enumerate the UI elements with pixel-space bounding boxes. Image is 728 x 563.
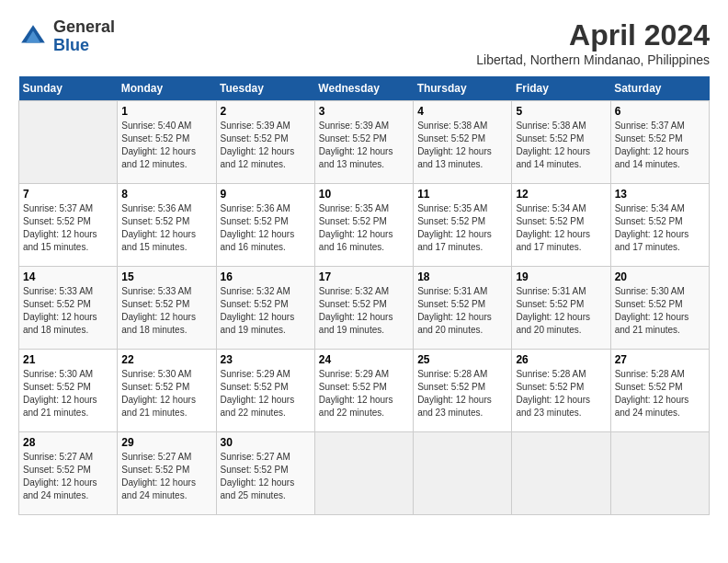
day-info: Sunrise: 5:28 AMSunset: 5:52 PMDaylight:… xyxy=(516,368,606,419)
calendar-cell: 16Sunrise: 5:32 AMSunset: 5:52 PMDayligh… xyxy=(216,267,314,350)
calendar-cell: 26Sunrise: 5:28 AMSunset: 5:52 PMDayligh… xyxy=(512,350,610,432)
day-info: Sunrise: 5:32 AMSunset: 5:52 PMDaylight:… xyxy=(319,285,409,337)
day-info: Sunrise: 5:32 AMSunset: 5:52 PMDaylight:… xyxy=(221,285,311,337)
week-row-4: 21Sunrise: 5:30 AMSunset: 5:52 PMDayligh… xyxy=(19,350,710,432)
calendar-cell: 5Sunrise: 5:38 AMSunset: 5:52 PMDaylight… xyxy=(512,101,610,184)
calendar-cell: 21Sunrise: 5:30 AMSunset: 5:52 PMDayligh… xyxy=(19,350,118,432)
calendar-cell: 2Sunrise: 5:39 AMSunset: 5:52 PMDaylight… xyxy=(216,101,314,184)
day-info: Sunrise: 5:37 AMSunset: 5:52 PMDaylight:… xyxy=(23,202,113,254)
calendar-cell: 6Sunrise: 5:37 AMSunset: 5:52 PMDaylight… xyxy=(610,101,709,184)
calendar-cell: 14Sunrise: 5:33 AMSunset: 5:52 PMDayligh… xyxy=(19,267,118,350)
calendar-cell: 17Sunrise: 5:32 AMSunset: 5:52 PMDayligh… xyxy=(314,267,413,350)
day-number: 16 xyxy=(221,270,311,283)
day-number: 28 xyxy=(23,436,113,449)
day-info: Sunrise: 5:33 AMSunset: 5:52 PMDaylight:… xyxy=(23,285,113,337)
calendar-cell: 30Sunrise: 5:27 AMSunset: 5:52 PMDayligh… xyxy=(216,432,314,515)
day-number: 23 xyxy=(221,353,311,366)
calendar-cell: 11Sunrise: 5:35 AMSunset: 5:52 PMDayligh… xyxy=(414,184,512,267)
day-number: 9 xyxy=(221,188,311,201)
week-row-2: 7Sunrise: 5:37 AMSunset: 5:52 PMDaylight… xyxy=(19,184,710,267)
calendar-cell: 1Sunrise: 5:40 AMSunset: 5:52 PMDaylight… xyxy=(118,101,216,184)
week-row-5: 28Sunrise: 5:27 AMSunset: 5:52 PMDayligh… xyxy=(19,432,710,515)
calendar-cell: 25Sunrise: 5:28 AMSunset: 5:52 PMDayligh… xyxy=(414,350,512,432)
title-block: April 2024 Libertad, Northern Mindanao, … xyxy=(476,18,710,67)
day-number: 19 xyxy=(516,270,606,283)
column-header-sunday: Sunday xyxy=(19,76,118,101)
calendar-cell: 8Sunrise: 5:36 AMSunset: 5:52 PMDaylight… xyxy=(118,184,216,267)
location-text: Libertad, Northern Mindanao, Philippines xyxy=(476,52,710,67)
day-info: Sunrise: 5:27 AMSunset: 5:52 PMDaylight:… xyxy=(23,451,113,502)
day-number: 18 xyxy=(417,270,507,283)
day-info: Sunrise: 5:30 AMSunset: 5:52 PMDaylight:… xyxy=(121,368,211,419)
calendar-cell: 10Sunrise: 5:35 AMSunset: 5:52 PMDayligh… xyxy=(314,184,413,267)
calendar-cell: 7Sunrise: 5:37 AMSunset: 5:52 PMDaylight… xyxy=(19,184,118,267)
logo-blue-text: Blue xyxy=(53,37,115,55)
day-number: 30 xyxy=(221,436,311,449)
day-number: 4 xyxy=(417,105,507,118)
calendar-cell: 28Sunrise: 5:27 AMSunset: 5:52 PMDayligh… xyxy=(19,432,118,515)
calendar-cell xyxy=(314,432,413,515)
calendar-cell: 15Sunrise: 5:33 AMSunset: 5:52 PMDayligh… xyxy=(118,267,216,350)
day-info: Sunrise: 5:40 AMSunset: 5:52 PMDaylight:… xyxy=(121,120,211,171)
day-number: 14 xyxy=(23,270,113,283)
day-info: Sunrise: 5:34 AMSunset: 5:52 PMDaylight:… xyxy=(516,202,606,254)
logo-text: General Blue xyxy=(53,18,115,55)
day-number: 17 xyxy=(319,270,409,283)
day-info: Sunrise: 5:36 AMSunset: 5:52 PMDaylight:… xyxy=(221,202,311,254)
logo-icon xyxy=(18,22,48,52)
calendar-cell: 29Sunrise: 5:27 AMSunset: 5:52 PMDayligh… xyxy=(118,432,216,515)
calendar-cell: 22Sunrise: 5:30 AMSunset: 5:52 PMDayligh… xyxy=(118,350,216,432)
day-info: Sunrise: 5:39 AMSunset: 5:52 PMDaylight:… xyxy=(319,120,409,171)
day-info: Sunrise: 5:29 AMSunset: 5:52 PMDaylight:… xyxy=(319,368,409,419)
day-number: 29 xyxy=(121,436,211,449)
day-info: Sunrise: 5:34 AMSunset: 5:52 PMDaylight:… xyxy=(615,202,705,254)
week-row-3: 14Sunrise: 5:33 AMSunset: 5:52 PMDayligh… xyxy=(19,267,710,350)
calendar-table: SundayMondayTuesdayWednesdayThursdayFrid… xyxy=(18,76,710,515)
calendar-cell: 18Sunrise: 5:31 AMSunset: 5:52 PMDayligh… xyxy=(414,267,512,350)
logo: General Blue xyxy=(18,18,115,55)
day-number: 13 xyxy=(615,188,705,201)
calendar-cell: 9Sunrise: 5:36 AMSunset: 5:52 PMDaylight… xyxy=(216,184,314,267)
day-number: 20 xyxy=(615,270,705,283)
day-number: 27 xyxy=(615,353,705,366)
day-info: Sunrise: 5:28 AMSunset: 5:52 PMDaylight:… xyxy=(615,368,705,419)
day-info: Sunrise: 5:28 AMSunset: 5:52 PMDaylight:… xyxy=(417,368,507,419)
calendar-cell xyxy=(19,101,118,184)
day-info: Sunrise: 5:30 AMSunset: 5:52 PMDaylight:… xyxy=(615,285,705,337)
day-number: 11 xyxy=(417,188,507,201)
day-info: Sunrise: 5:31 AMSunset: 5:52 PMDaylight:… xyxy=(516,285,606,337)
calendar-cell xyxy=(610,432,709,515)
week-row-1: 1Sunrise: 5:40 AMSunset: 5:52 PMDaylight… xyxy=(19,101,710,184)
calendar-cell: 20Sunrise: 5:30 AMSunset: 5:52 PMDayligh… xyxy=(610,267,709,350)
day-info: Sunrise: 5:39 AMSunset: 5:52 PMDaylight:… xyxy=(221,120,311,171)
column-header-tuesday: Tuesday xyxy=(216,76,314,101)
day-number: 12 xyxy=(516,188,606,201)
calendar-cell: 23Sunrise: 5:29 AMSunset: 5:52 PMDayligh… xyxy=(216,350,314,432)
day-info: Sunrise: 5:31 AMSunset: 5:52 PMDaylight:… xyxy=(417,285,507,337)
day-info: Sunrise: 5:33 AMSunset: 5:52 PMDaylight:… xyxy=(121,285,211,337)
day-number: 24 xyxy=(319,353,409,366)
day-info: Sunrise: 5:30 AMSunset: 5:52 PMDaylight:… xyxy=(23,368,113,419)
day-number: 1 xyxy=(121,105,211,118)
day-number: 25 xyxy=(417,353,507,366)
column-header-friday: Friday xyxy=(512,76,610,101)
day-info: Sunrise: 5:27 AMSunset: 5:52 PMDaylight:… xyxy=(121,451,211,502)
calendar-cell xyxy=(512,432,610,515)
logo-general-text: General xyxy=(53,18,115,37)
day-number: 10 xyxy=(319,188,409,201)
calendar-cell: 19Sunrise: 5:31 AMSunset: 5:52 PMDayligh… xyxy=(512,267,610,350)
calendar-cell: 13Sunrise: 5:34 AMSunset: 5:52 PMDayligh… xyxy=(610,184,709,267)
calendar-cell xyxy=(414,432,512,515)
day-number: 21 xyxy=(23,353,113,366)
column-header-monday: Monday xyxy=(118,76,216,101)
page-header: General Blue April 2024 Libertad, Northe… xyxy=(18,18,710,67)
calendar-cell: 27Sunrise: 5:28 AMSunset: 5:52 PMDayligh… xyxy=(610,350,709,432)
day-number: 26 xyxy=(516,353,606,366)
day-number: 3 xyxy=(319,105,409,118)
day-number: 2 xyxy=(221,105,311,118)
day-info: Sunrise: 5:38 AMSunset: 5:52 PMDaylight:… xyxy=(516,120,606,171)
calendar-cell: 3Sunrise: 5:39 AMSunset: 5:52 PMDaylight… xyxy=(314,101,413,184)
day-number: 6 xyxy=(615,105,705,118)
day-info: Sunrise: 5:35 AMSunset: 5:52 PMDaylight:… xyxy=(319,202,409,254)
day-number: 15 xyxy=(121,270,211,283)
